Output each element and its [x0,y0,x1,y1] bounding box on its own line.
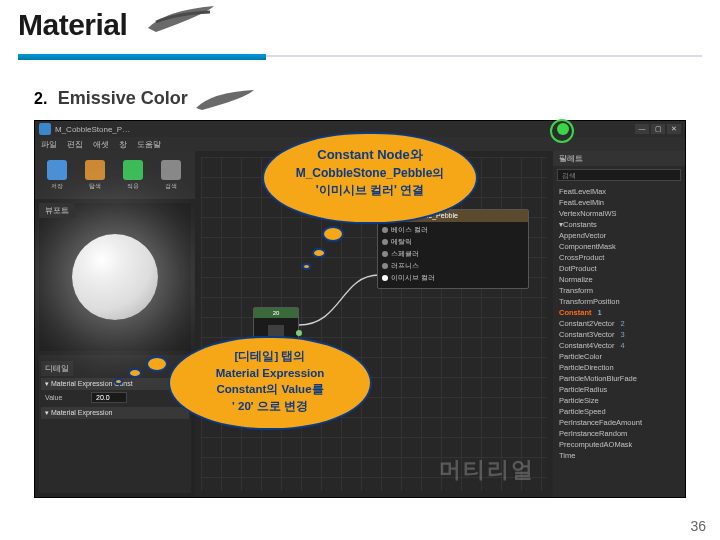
callout-body: Constant Node와 M_CobbleStone_Pebble의 '이미… [262,132,478,224]
toolbar-search-button[interactable]: 검색 [155,155,187,195]
apply-icon [123,160,143,180]
menu-help[interactable]: 도움말 [137,139,161,150]
thought-pop-icon [312,248,326,258]
details-section-expr[interactable]: ▾ Material Expression [41,407,189,419]
pin-emissive[interactable]: 이미시브 컬러 [382,272,524,284]
palette-item[interactable]: Constant3Vector3 [557,329,681,340]
save-icon [47,160,67,180]
palette-item[interactable]: Transform [557,285,681,296]
subtitle-number: 2. [34,90,47,108]
menu-file[interactable]: 파일 [41,139,57,150]
palette-item[interactable]: ParticleSpeed [557,406,681,417]
palette-item[interactable]: Constant4Vector4 [557,340,681,351]
subtitle-text: Emissive Color [58,88,188,109]
toolbar-save-button[interactable]: 저장 [41,155,73,195]
callout-bubble-connect: Constant Node와 M_CobbleStone_Pebble의 '이미… [262,132,478,224]
pin-dot-icon [382,227,388,233]
title-underline-gray [266,55,702,57]
graph-watermark: 머티리얼 [439,455,535,485]
page-number: 36 [690,518,706,534]
toolbar-apply-button[interactable]: 적용 [117,155,149,195]
palette-item[interactable]: FeatLevelMax [557,186,681,197]
details-tab-label[interactable]: 디테일 [41,361,73,376]
preview-sphere-icon [72,234,158,320]
pin-dot-icon [382,251,388,257]
search-icon [161,160,181,180]
slide-title: Material [18,8,127,41]
palette-item[interactable]: ParticleRadius [557,384,681,395]
menu-asset[interactable]: 애셋 [93,139,109,150]
palette-item[interactable]: DotProduct [557,263,681,274]
palette-item[interactable]: VertexNormalWS [557,208,681,219]
editor-tab-title: M_CobbleStone_P… [55,125,130,134]
thought-pop-icon [146,356,168,372]
green-highlight-circle [550,119,574,143]
details-value-row: Value 20.0 [41,390,189,405]
constant-node-header: 20 [254,308,298,318]
details-value-field[interactable]: 20.0 [91,392,127,403]
callout-bubble-value: [디테일] 탭의 Material Expression Constant의 V… [168,336,372,430]
palette-item-constant[interactable]: Constant1 [557,307,681,318]
palette-item[interactable]: Normalize [557,274,681,285]
pin-roughness[interactable]: 러프니스 [382,260,524,272]
palette-item[interactable]: Constant2Vector2 [557,318,681,329]
browse-icon [85,160,105,180]
thought-pop-icon [128,368,142,378]
brush-stroke-icon [146,2,218,36]
palette-item[interactable]: ComponentMask [557,241,681,252]
palette-tab-label[interactable]: 팔레트 [553,151,685,166]
callout-text: [디테일] 탭의 Material Expression Constant의 V… [186,348,354,415]
unreal-logo-icon [39,123,51,135]
palette-item[interactable]: PrecomputedAOMask [557,439,681,450]
window-min-button[interactable]: — [635,124,649,134]
green-indicator-icon [557,123,569,135]
window-buttons: — ▢ ✕ [635,124,681,134]
editor-left-column: 저장 탐색 적용 검색 뷰포트 디테일 ▾ Material Expressio… [35,151,195,497]
callout-body: [디테일] 탭의 Material Expression Constant의 V… [168,336,372,430]
palette-item[interactable]: ParticleDirection [557,362,681,373]
thought-pop-icon [114,378,123,385]
thought-pop-icon [302,263,311,270]
palette-item[interactable]: ParticleSize [557,395,681,406]
palette-item[interactable]: CrossProduct [557,252,681,263]
title-underline-blue [18,54,266,60]
palette-item[interactable]: FeatLevelMin [557,197,681,208]
palette-item[interactable]: Time [557,450,681,461]
material-node-pins: 베이스 컬러 메탈릭 스페큘러 러프니스 이미시브 컬러 [378,222,528,288]
palette-item[interactable]: ParticleMotionBlurFade [557,373,681,384]
palette-item[interactable]: TransformPosition [557,296,681,307]
palette-search-input[interactable]: 검색 [557,169,681,181]
menu-edit[interactable]: 편집 [67,139,83,150]
pin-dot-icon [382,263,388,269]
palette-item[interactable]: ParticleColor [557,351,681,362]
palette-item[interactable]: PerInstanceRandom [557,428,681,439]
preview-tab-label: 뷰포트 [39,203,75,218]
thought-pop-icon [322,226,344,242]
window-close-button[interactable]: ✕ [667,124,681,134]
palette-list[interactable]: FeatLevelMax FeatLevelMin VertexNormalWS… [553,184,685,497]
pin-specular[interactable]: 스페큘러 [382,248,524,260]
pin-metallic[interactable]: 메탈릭 [382,236,524,248]
window-max-button[interactable]: ▢ [651,124,665,134]
details-value-label: Value [45,394,87,401]
slide-title-bar: Material [18,8,702,54]
palette-item[interactable]: PerInstanceFadeAmount [557,417,681,428]
brush-stroke-icon [194,88,258,112]
pin-dot-icon [382,275,388,281]
palette-item[interactable]: AppendVector [557,230,681,241]
palette-panel: 팔레트 검색 FeatLevelMax FeatLevelMin VertexN… [553,151,685,497]
pin-basecolor[interactable]: 베이스 컬러 [382,224,524,236]
slide-subtitle-row: 2. Emissive Color [34,88,702,118]
callout-text: Constant Node와 M_CobbleStone_Pebble의 '이미… [282,146,458,200]
preview-viewport[interactable]: 뷰포트 [39,203,191,351]
editor-toolbar: 저장 탐색 적용 검색 [35,151,195,199]
pin-dot-icon [382,239,388,245]
menu-window[interactable]: 창 [119,139,127,150]
toolbar-browse-button[interactable]: 탐색 [79,155,111,195]
palette-group-constants[interactable]: ▾Constants [557,219,681,230]
